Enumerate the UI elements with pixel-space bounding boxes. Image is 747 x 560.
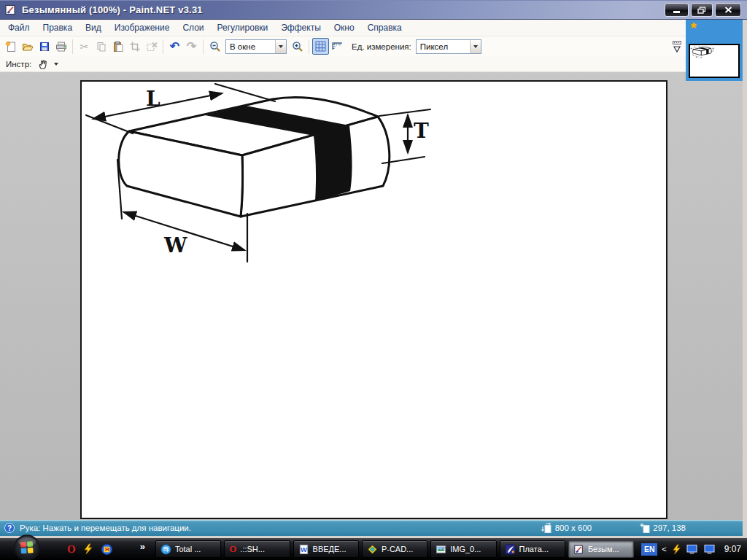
image-thumbnail[interactable] — [689, 44, 740, 78]
zoom-in-button[interactable] — [289, 38, 306, 55]
rulers-toggle-button[interactable] — [329, 38, 346, 55]
taskbar-button-label: Безым... — [588, 545, 619, 553]
taskbar-button-label: ВВЕДЕ... — [313, 545, 347, 553]
opera-icon: O — [229, 543, 236, 555]
pcad-icon — [367, 544, 378, 555]
taskbar-button-image-viewer[interactable]: IMG_0... — [430, 540, 496, 558]
system-tray: EN < 9:07 — [641, 543, 741, 556]
zoom-level-value: В окне — [226, 42, 275, 51]
copy-icon — [96, 41, 107, 52]
paintnet-icon — [573, 544, 584, 555]
menu-item-layers[interactable]: Слои — [176, 20, 210, 35]
cut-button[interactable]: ✂ — [76, 38, 93, 55]
network-monitor-icon[interactable] — [686, 544, 700, 555]
menu-item-help[interactable]: Справка — [361, 20, 409, 35]
taskbar-button-paintnet-active[interactable]: Безым... — [568, 540, 634, 558]
crop-button[interactable] — [126, 38, 143, 55]
quick-launch: O Я » — [67, 543, 145, 556]
tray-collapse-chevron[interactable]: < — [662, 545, 666, 553]
svg-text:Я: Я — [104, 546, 109, 553]
window-border-right — [743, 20, 747, 538]
paste-button[interactable] — [109, 38, 126, 55]
menu-item-view[interactable]: Вид — [79, 20, 108, 35]
punto-switcher-tray-icon[interactable] — [671, 544, 682, 555]
statusbar: ? Рука: Нажать и перемещать для навигаци… — [0, 520, 743, 536]
copy-button[interactable] — [93, 38, 109, 55]
zoom-out-button[interactable] — [206, 38, 223, 55]
start-button[interactable] — [13, 534, 41, 560]
new-file-button[interactable] — [2, 38, 19, 55]
toolbar-separator — [72, 39, 73, 54]
menu-item-adjustments[interactable]: Регулировки — [211, 20, 275, 35]
unit-value: Пиксел — [417, 42, 470, 51]
toolbar-overflow-button[interactable] — [672, 40, 683, 57]
menu-item-effects[interactable]: Эффекты — [274, 20, 328, 35]
tray-clock[interactable]: 9:07 — [724, 544, 741, 554]
taskbar-button-pcad[interactable]: P-CAD... — [362, 540, 427, 558]
paintnet-app-icon — [4, 4, 17, 16]
image-size-indicator: 800 x 600 — [541, 523, 592, 534]
image-thumbnail-art — [690, 45, 738, 77]
image-size-icon — [541, 523, 552, 534]
undo-button[interactable]: ↶ — [166, 38, 183, 55]
open-folder-icon — [22, 41, 34, 52]
quick-launch-more-chevron[interactable]: » — [140, 541, 145, 552]
zoom-level-combobox[interactable]: В окне — [225, 39, 287, 54]
open-file-button[interactable] — [19, 38, 36, 55]
deselect-button[interactable] — [143, 38, 160, 55]
close-button[interactable] — [715, 3, 741, 17]
opera-quicklaunch-icon[interactable]: O — [67, 543, 76, 556]
pcb-editor-icon — [505, 544, 516, 555]
menu-item-window[interactable]: Окно — [328, 20, 361, 35]
cut-scissors-icon: ✂ — [80, 42, 89, 52]
image-viewer-icon — [436, 544, 446, 555]
taskbar-button-total-commander[interactable]: Total ... — [155, 540, 221, 558]
print-button[interactable] — [53, 38, 69, 55]
status-right: 800 x 600 297, 138 — [541, 523, 743, 534]
chip-drawing: L T W — [82, 82, 666, 518]
undo-arrow-icon: ↶ — [170, 41, 179, 52]
window-controls — [665, 3, 741, 17]
tool-options-bar: Инстр: — [0, 56, 747, 72]
overflow-chevron-icon — [672, 40, 683, 54]
punto-switcher-icon[interactable] — [82, 543, 94, 555]
menu-item-image[interactable]: Изображение — [108, 20, 177, 35]
taskbar-button-opera-page[interactable]: O .::SH... — [224, 540, 290, 558]
zoom-out-icon — [209, 41, 221, 52]
save-floppy-icon — [39, 41, 50, 52]
taskbar-button-label: .::SH... — [240, 545, 265, 553]
menu-item-edit[interactable]: Правка — [36, 20, 80, 35]
menu-item-file[interactable]: Файл — [1, 20, 36, 35]
deselect-icon — [146, 41, 158, 52]
taskbar-button-label: IMG_0... — [450, 545, 481, 553]
pan-hand-icon[interactable] — [37, 58, 50, 70]
tool-label: Инстр: — [6, 60, 31, 69]
minimize-button[interactable] — [665, 3, 689, 17]
ya-app-icon[interactable]: Я — [101, 543, 113, 556]
titlebar[interactable]: Безымянный (100%) - Paint.NET v3.31 — [0, 0, 747, 20]
grid-toggle-button[interactable] — [312, 38, 329, 55]
save-button[interactable] — [36, 38, 53, 55]
menubar: Файл Правка Вид Изображение Слои Регулир… — [0, 20, 747, 36]
taskbar-button-word-document[interactable]: W ВВЕДЕ... — [293, 540, 359, 558]
crop-icon — [129, 41, 141, 52]
tool-dropdown-arrow[interactable] — [54, 63, 58, 68]
restore-button[interactable] — [691, 3, 713, 17]
taskbar-button-pcb-editor[interactable]: Плата... — [500, 540, 565, 558]
canvas[interactable]: L T W — [80, 80, 667, 519]
unit-dropdown-arrow[interactable] — [470, 40, 481, 53]
redo-button[interactable]: ↷ — [183, 38, 200, 55]
unit-label: Ед. измерения: — [352, 42, 411, 51]
language-indicator[interactable]: EN — [641, 543, 657, 556]
unit-combobox[interactable]: Пиксел — [416, 39, 481, 54]
printer-icon — [55, 41, 67, 52]
zoom-dropdown-arrow[interactable] — [275, 40, 286, 53]
grid-icon — [315, 41, 326, 52]
network-monitor-icon[interactable] — [704, 544, 717, 555]
dimension-label-L: L — [146, 87, 160, 111]
dimension-label-T: T — [414, 119, 429, 143]
task-buttons: Total ... O .::SH... W ВВЕДЕ... P-CAD... — [155, 540, 638, 558]
taskbar-button-label: P-CAD... — [382, 545, 413, 553]
toolbar-separator — [203, 39, 204, 54]
restore-icon — [697, 7, 706, 14]
